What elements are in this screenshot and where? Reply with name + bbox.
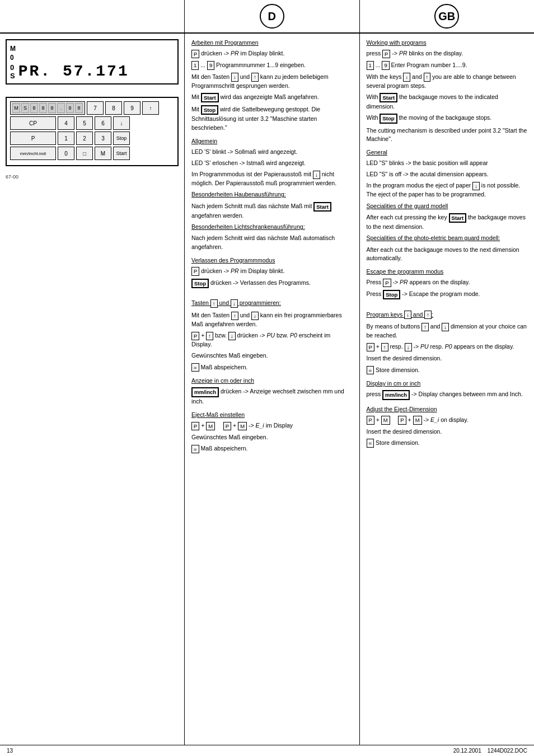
key-start-inline: Start [201, 93, 219, 102]
key-eq-inline: = [191, 363, 199, 372]
german-s4-p1: Mit den Tasten ↑ und ↓ kann ein frei pro… [191, 311, 353, 328]
english-s6-p1: P + M P + M -> E_i on display. [367, 416, 528, 425]
english-s1-p6: The cutting mechanism is described under… [367, 126, 528, 143]
german-section2-title: Allgemein [191, 138, 353, 144]
key-8[interactable]: 8 [105, 101, 122, 115]
key-m[interactable]: M [95, 147, 111, 160]
english-section3: Escape the programm modus Press P -> PR … [367, 268, 528, 299]
key-5[interactable]: 5 [76, 116, 93, 130]
key-stop[interactable]: Stop [113, 132, 130, 145]
english-s2-p1: LED "S" blinks -> the basic position wil… [367, 159, 528, 167]
kp-row-4: mm/incht.insit 0 □ M Start [10, 147, 174, 160]
display-row-0: 0 [10, 54, 174, 62]
key-down-inline: ↓ [231, 73, 238, 81]
english-s6-p2: Insert the desired dimension. [367, 428, 528, 436]
key-down[interactable]: ↓ [113, 116, 130, 130]
english-s1-p2: 1 ... 9 Enter Program number 1....9. [367, 61, 528, 70]
key-down-inline5: ↓ [228, 332, 236, 340]
seg-d4: 8 [66, 103, 74, 113]
german-s3-p1: P drücken -> PR im Display blinkt. [191, 267, 353, 276]
key-p[interactable]: P [10, 132, 56, 145]
key-1[interactable]: 1 [58, 132, 74, 145]
en-key-stop: Stop [380, 114, 397, 123]
footer-doc: 1244D022.DOC [488, 748, 527, 754]
key-down-inline4: ↓ [251, 312, 259, 320]
en-key-down3: ↓ [404, 311, 411, 319]
key-3[interactable]: 3 [95, 132, 111, 145]
key-9[interactable]: 9 [124, 101, 140, 115]
english-s4-p3: Insert the desired dimension. [367, 354, 528, 363]
german-s2-p2: LED 'S' erloschen -> Istmaß wird angezei… [191, 159, 353, 167]
key-p-inline4: P [191, 422, 199, 430]
en-key-start2: Start [449, 213, 467, 223]
key-eq-inline2: = [191, 445, 199, 453]
en-key-eq2: = [367, 439, 374, 447]
english-s4-p2: P + ↑ resp. ↓ -> PU resp. P0 appears on … [367, 342, 528, 351]
key-up[interactable]: ↑ [142, 101, 159, 115]
model-number: 67-00 [6, 174, 179, 180]
english-s2-p7: After each cut the backgauge moves to th… [367, 246, 528, 262]
seg-dot: . [57, 103, 65, 113]
english-s1-p5: With Stop the moving of the backgauge st… [367, 114, 528, 123]
german-section1: Arbeiten mit Programmen P drücken -> PR … [191, 39, 353, 132]
english-section5-title: Display in cm or inch [367, 380, 528, 387]
seg-d1: 8 [30, 103, 38, 113]
keypad-box: M S 8 8 8 . 8 8 7 8 9 ↑ CP [6, 97, 179, 166]
main-content: M 0 0 S PR. 57.171 M [0, 34, 534, 745]
key-down-inline2: ↓ [313, 171, 320, 179]
key-p-inline3: P [191, 332, 199, 340]
english-s2-p2: LED "S" is off -> the acutal dimension a… [367, 170, 528, 179]
footer: 13 20.12.2001 1244D022.DOC [0, 745, 534, 756]
key-6[interactable]: 6 [95, 116, 111, 130]
led-display: M S 8 8 8 . 8 8 [10, 101, 85, 115]
key-start[interactable]: Start [113, 147, 130, 160]
key-2[interactable]: 2 [76, 132, 93, 145]
key-start-inline2: Start [313, 202, 331, 212]
en-key-p5: P [398, 416, 406, 424]
german-s1-p5: Mit Stop wird die Sattelbewegung gestopp… [191, 105, 353, 132]
page: D GB M 0 0 S PR. 57.17 [0, 0, 534, 756]
english-section2-title: General [367, 149, 528, 156]
english-section6-title: Adjust the Eject-Dimension [367, 406, 528, 412]
key-m-inline: M [206, 422, 215, 430]
display-char-0: 0 [10, 54, 14, 62]
en-key-up4: ↑ [381, 343, 388, 351]
center-panel: Arbeiten mit Programmen P drücken -> PR … [185, 34, 360, 745]
english-s1-p3: With the keys ↓ and ↑ you are able to ch… [367, 73, 528, 90]
en-key-down: ↓ [403, 73, 410, 81]
right-panel: Working with programs press P -> PR blin… [360, 34, 535, 745]
english-section1-title: Working with programs [367, 39, 528, 46]
key-4[interactable]: 4 [58, 116, 74, 130]
german-s4-p3: Gewünschtes Maß eingeben. [191, 351, 353, 360]
en-key-up: ↑ [424, 73, 431, 81]
en-key-stop2: Stop [383, 290, 400, 299]
english-s5-p1: press mm/inch -> Display changes between… [367, 390, 528, 400]
german-s4-p4: = Maß abspeichern. [191, 363, 353, 372]
page-number: 13 [7, 748, 13, 754]
english-s2-p5: After each cut pressing the key Start th… [367, 213, 528, 232]
display-char-02: 0 [10, 63, 15, 72]
key-down-inline3: ↓ [231, 299, 238, 308]
key-7[interactable]: 7 [87, 101, 104, 115]
german-s1-p2: 1 ... 9 Programmnummer 1...9 eingeben. [191, 61, 353, 70]
en-key-p3: P [367, 343, 374, 351]
key-0[interactable]: 0 [58, 147, 74, 160]
en-key-p: P [382, 50, 390, 58]
key-up-inline4: ↑ [231, 312, 238, 320]
en-key-1: 1 [367, 61, 374, 69]
german-section4: Tasten ↑ und ↓ programmieren: Mit den Ta… [191, 299, 353, 372]
english-section5: Display in cm or inch press mm/inch -> D… [367, 380, 528, 400]
key-mm-inch[interactable]: mm/incht.insit [10, 147, 56, 160]
header-right: GB [360, 0, 535, 32]
english-s1-p1: press P -> PR blinks on the display. [367, 49, 528, 58]
display-char-s: S [10, 72, 15, 80]
en-key-m: M [381, 416, 390, 424]
german-s1-p4: Mit Start wird das angezeigte Maß angefa… [191, 93, 353, 102]
german-s2-p4: Besonderheiten Haubenausführung: [191, 190, 353, 199]
german-s2-p6: Besonderheiten Lichtschrankenausführung: [191, 223, 353, 231]
key-1-inline: 1 [191, 61, 199, 69]
key-cp[interactable]: CP [10, 116, 56, 130]
en-key-down2: ↓ [472, 182, 480, 190]
key-square[interactable]: □ [76, 147, 93, 160]
en-key-eq: = [367, 366, 374, 374]
